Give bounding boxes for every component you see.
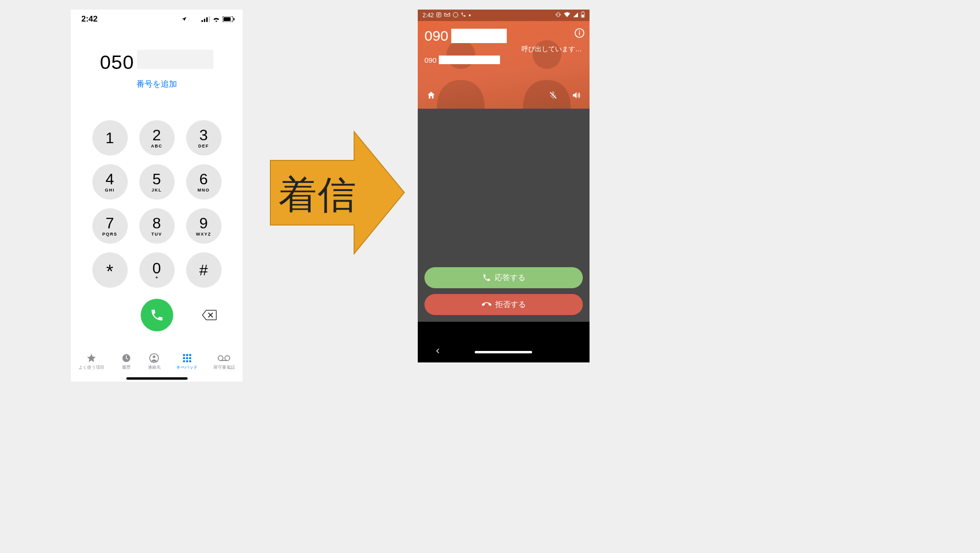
line-icon: [453, 12, 458, 19]
svg-point-14: [186, 357, 189, 360]
wifi-icon: [212, 16, 220, 22]
backspace-icon: [201, 309, 217, 321]
key-1[interactable]: 1: [92, 120, 128, 156]
keypad-icon: [181, 353, 193, 363]
nav-home-pill[interactable]: [475, 351, 532, 353]
svg-rect-1: [204, 19, 205, 22]
svg-point-20: [225, 356, 230, 361]
hangup-icon: [482, 300, 491, 309]
key-8[interactable]: 8TUV: [139, 208, 175, 244]
gmail-icon: [444, 12, 450, 19]
decline-button[interactable]: 拒否する: [424, 294, 583, 315]
key-2[interactable]: 2ABC: [139, 120, 175, 156]
add-number-link[interactable]: 番号を追加: [136, 79, 177, 90]
more-notif-icon: •: [468, 11, 471, 19]
info-icon: [574, 28, 585, 38]
redacted-caller-mask: [451, 29, 507, 43]
battery-icon: [581, 11, 585, 19]
iphone-dialer-screen: 2:42 050 番号を追加 1 2ABC 3DEF 4GHI: [71, 10, 243, 382]
svg-rect-24: [557, 12, 559, 17]
key-0[interactable]: 0+: [139, 252, 175, 288]
clock-icon: [120, 353, 133, 363]
wifi-icon: [564, 12, 570, 19]
nav-back-button[interactable]: [434, 348, 441, 356]
android-nav-bar: [418, 341, 590, 362]
caller-number-large: 090: [424, 28, 448, 44]
svg-point-29: [579, 31, 580, 32]
svg-rect-5: [223, 17, 231, 21]
svg-point-16: [183, 360, 185, 362]
call-header: 090 呼び出しています… 090: [418, 21, 590, 109]
android-incoming-call-screen: 2:42 • 090 呼び出しています…: [418, 10, 590, 362]
home-button[interactable]: [424, 89, 438, 104]
svg-rect-0: [201, 20, 203, 22]
svg-rect-27: [582, 15, 584, 17]
tab-favorites[interactable]: よく使う項目: [78, 353, 104, 371]
key-9[interactable]: 9WXYZ: [186, 208, 222, 244]
dial-display: 050 番号を追加: [71, 50, 243, 90]
ios-status-bar: 2:42: [71, 10, 243, 24]
tab-keypad[interactable]: キーパッド: [176, 353, 198, 371]
phone-icon: [482, 273, 491, 282]
ios-time: 2:42: [81, 14, 98, 24]
svg-rect-2: [206, 17, 208, 22]
phone-icon: [150, 308, 164, 322]
battery-icon: [223, 16, 235, 22]
svg-rect-26: [582, 11, 584, 12]
cellular-signal-icon: [201, 16, 210, 22]
caller-number-small: 090: [424, 56, 436, 64]
svg-point-9: [153, 356, 156, 359]
svg-point-17: [186, 360, 189, 362]
speaker-button[interactable]: [569, 89, 583, 104]
speaker-icon: [571, 90, 581, 100]
home-indicator[interactable]: [126, 377, 188, 380]
home-icon: [426, 90, 436, 100]
call-button[interactable]: [141, 299, 173, 331]
call-status-text: 呼び出しています…: [424, 45, 583, 54]
keypad: 1 2ABC 3DEF 4GHI 5JKL 6MNO 7PQRS 8TUV 9W…: [71, 120, 243, 288]
call-body: 応答する 拒否する: [418, 109, 590, 322]
key-star[interactable]: *: [92, 252, 128, 288]
android-status-bar: 2:42 •: [418, 10, 590, 21]
mute-button[interactable]: [546, 89, 560, 104]
location-arrow-icon: [181, 16, 187, 22]
signal-icon: [573, 12, 579, 19]
svg-point-12: [189, 354, 191, 356]
notification-icon: [436, 12, 442, 19]
phone-notif-icon: [461, 12, 466, 19]
svg-point-11: [186, 354, 189, 356]
svg-point-19: [218, 356, 223, 361]
info-button[interactable]: [574, 28, 585, 40]
svg-point-10: [183, 354, 185, 356]
voicemail-icon: [218, 353, 230, 363]
vibrate-icon: [555, 11, 561, 19]
key-6[interactable]: 6MNO: [186, 164, 222, 200]
contact-icon: [148, 353, 160, 363]
svg-point-23: [453, 12, 458, 17]
key-hash[interactable]: #: [186, 252, 222, 288]
star-icon: [85, 353, 98, 363]
svg-rect-6: [234, 18, 234, 21]
dialed-number: 050: [100, 51, 134, 74]
redacted-caller-small-mask: [439, 56, 500, 64]
redacted-number-mask: [137, 50, 213, 69]
key-4[interactable]: 4GHI: [92, 164, 128, 200]
android-time: 2:42: [423, 12, 434, 19]
key-3[interactable]: 3DEF: [186, 120, 222, 156]
chevron-left-icon: [434, 348, 441, 354]
tab-contacts[interactable]: 連絡先: [148, 353, 161, 371]
key-7[interactable]: 7PQRS: [92, 208, 128, 244]
mic-off-icon: [548, 90, 558, 100]
svg-rect-30: [579, 32, 580, 35]
svg-point-18: [189, 360, 191, 362]
svg-rect-3: [209, 16, 210, 22]
arrow-icon: [268, 127, 407, 259]
svg-point-13: [183, 357, 185, 360]
answer-button[interactable]: 応答する: [424, 267, 583, 288]
key-5[interactable]: 5JKL: [139, 164, 175, 200]
tab-voicemail[interactable]: 留守番電話: [213, 353, 235, 371]
backspace-button[interactable]: [200, 308, 218, 322]
tab-recents[interactable]: 履歴: [120, 353, 133, 371]
svg-point-15: [189, 357, 191, 360]
